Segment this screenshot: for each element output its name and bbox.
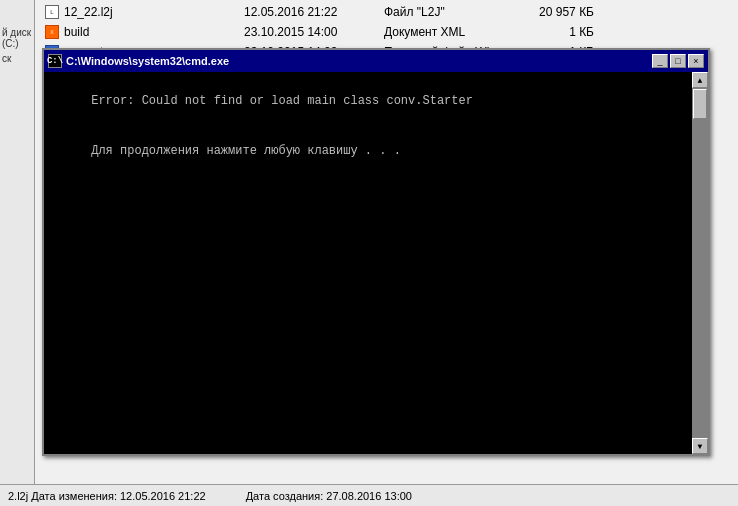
- file-row-l2j[interactable]: L 12_22.l2j 12.05.2016 21:22 Файл "L2J" …: [36, 2, 738, 22]
- file-name-build: build: [64, 25, 89, 39]
- disk-label: й диск (C:): [0, 25, 34, 51]
- file-date-build: 23.10.2015 14:00: [244, 25, 384, 39]
- file-size-l2j: 20 957 КБ: [514, 5, 594, 19]
- file-type-build: Документ XML: [384, 25, 514, 39]
- secondary-label: ск: [0, 51, 13, 66]
- scroll-up-button[interactable]: ▲: [692, 72, 708, 88]
- cmd-body: Error: Could not find or load main class…: [44, 72, 708, 454]
- sidebar: й диск (C:) ск: [0, 0, 35, 506]
- maximize-button[interactable]: □: [670, 54, 686, 68]
- file-row-build[interactable]: X build 23.10.2015 14:00 Документ XML 1 …: [36, 22, 738, 42]
- close-button[interactable]: ×: [688, 54, 704, 68]
- cmd-controls: _ □ ×: [652, 54, 704, 68]
- status-modified: 2.l2j Дата изменения: 12.05.2016 21:22: [8, 490, 206, 502]
- file-icon-l2j: L: [44, 4, 60, 20]
- minimize-button[interactable]: _: [652, 54, 668, 68]
- scroll-down-button[interactable]: ▼: [692, 438, 708, 454]
- cmd-line2: Для продолжения нажмите любую клавишу . …: [91, 144, 401, 158]
- file-name-l2j: 12_22.l2j: [64, 5, 113, 19]
- scrollbar-thumb[interactable]: [693, 89, 707, 119]
- status-created: Дата создания: 27.08.2016 13:00: [246, 490, 412, 502]
- cmd-titlebar[interactable]: C:\ C:\Windows\system32\cmd.exe _ □ ×: [44, 50, 708, 72]
- file-date-l2j: 12.05.2016 21:22: [244, 5, 384, 19]
- status-bar: 2.l2j Дата изменения: 12.05.2016 21:22 Д…: [0, 484, 738, 506]
- cmd-app-icon: C:\: [48, 54, 62, 68]
- file-icon-build: X: [44, 24, 60, 40]
- scrollbar-track: [692, 88, 708, 438]
- file-type-l2j: Файл "L2J": [384, 5, 514, 19]
- cmd-title: C:\Windows\system32\cmd.exe: [66, 55, 652, 67]
- cmd-line1: Error: Could not find or load main class…: [91, 94, 473, 108]
- file-size-build: 1 КБ: [514, 25, 594, 39]
- cmd-scrollbar[interactable]: ▲ ▼: [692, 72, 708, 454]
- cmd-window: C:\ C:\Windows\system32\cmd.exe _ □ × Er…: [42, 48, 710, 456]
- cmd-content: Error: Could not find or load main class…: [44, 72, 692, 454]
